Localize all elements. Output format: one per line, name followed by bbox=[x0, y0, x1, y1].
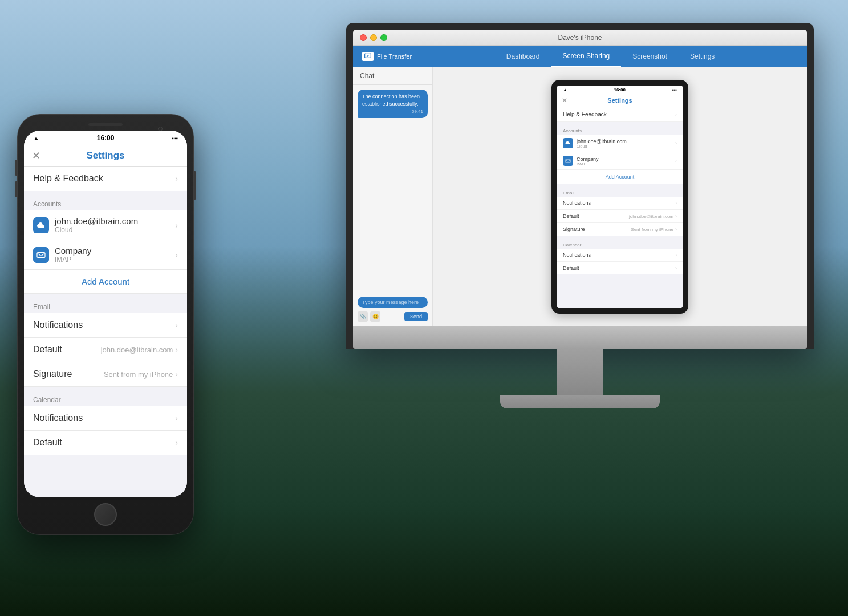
mac-account-2-chevron: › bbox=[675, 158, 677, 164]
mac-window: Dave's iPhone File Transfer bbox=[353, 30, 807, 326]
volume-down-button[interactable] bbox=[15, 181, 17, 197]
mac-settings-body: Help & Feedback › Accounts bbox=[557, 107, 683, 308]
mac-email-section: Notifications › Default john.doe@itbrain… bbox=[557, 197, 683, 236]
window-title: Dave's iPhone bbox=[558, 34, 602, 42]
chat-messages: The connection has been established succ… bbox=[353, 85, 432, 291]
mac-email-signature[interactable]: Signature Sent from my iPhone › bbox=[557, 223, 683, 236]
iphone-settings-title: Settings bbox=[86, 150, 124, 161]
iphone-home-button[interactable] bbox=[94, 503, 117, 526]
mac-iphone-screen: ▲ 16:00 ▪▪▪ ✕ Settings bbox=[551, 80, 688, 314]
mac-cal-chevron: › bbox=[675, 252, 677, 258]
iphone-help-section: Help & Feedback › bbox=[24, 167, 187, 191]
mac-cal-notifications[interactable]: Notifications › bbox=[557, 249, 683, 262]
iphone-email-label: Email bbox=[24, 298, 187, 313]
chat-input[interactable] bbox=[358, 297, 428, 308]
nav-screen-sharing[interactable]: Screen Sharing bbox=[551, 46, 622, 67]
mac-account-1[interactable]: john.doe@itbrain.com Cloud › bbox=[557, 135, 683, 152]
mac-accounts-label: Accounts bbox=[557, 125, 683, 135]
svg-rect-3 bbox=[37, 252, 45, 257]
iphone-cal-chevron: › bbox=[175, 414, 178, 423]
mac-settings-close[interactable]: ✕ bbox=[562, 96, 567, 104]
monitor-stand-neck bbox=[557, 349, 603, 395]
logo-icon bbox=[362, 52, 374, 61]
iphone-default-chevron: › bbox=[175, 345, 178, 354]
iphone-add-account[interactable]: Add Account bbox=[24, 270, 187, 294]
mac-titlebar: Dave's iPhone bbox=[353, 30, 807, 46]
iphone-help-item[interactable]: Help & Feedback › bbox=[24, 167, 187, 191]
power-button[interactable] bbox=[194, 171, 196, 200]
mac-account-1-chevron: › bbox=[675, 140, 677, 146]
chat-attach-icon[interactable]: 📎 bbox=[358, 311, 368, 322]
iphone-notif-chevron: › bbox=[175, 321, 178, 330]
mac-account-2[interactable]: Company IMAP › bbox=[557, 152, 683, 170]
monitor-stand-base bbox=[500, 395, 660, 408]
iphone-screen-wrapper: ▲ 16:00 ▪▪▪ ✕ Settings Help & Feedback › bbox=[24, 131, 187, 497]
iphone-wifi-icon: ▲ bbox=[33, 135, 39, 141]
send-button[interactable]: Send bbox=[404, 312, 428, 321]
mac-email-default[interactable]: Default john.doe@itbrain.com › bbox=[557, 210, 683, 223]
monitor-screen-outer: Dave's iPhone File Transfer bbox=[346, 23, 814, 349]
iphone-cal-default[interactable]: Default › bbox=[24, 431, 187, 455]
iphone-div1 bbox=[24, 191, 187, 196]
iphone-accounts-label: Accounts bbox=[24, 196, 187, 210]
iphone-mail-icon bbox=[33, 247, 49, 263]
nav-screenshot[interactable]: Screenshot bbox=[621, 46, 679, 67]
nav-dashboard[interactable]: Dashboard bbox=[495, 46, 551, 67]
chat-panel: Chat The connection has been established… bbox=[353, 67, 433, 326]
mac-help-section: Help & Feedback › bbox=[557, 107, 683, 122]
mac-cal-default[interactable]: Default › bbox=[557, 262, 683, 274]
iphone-account-1-info: john.doe@itbrain.com Cloud bbox=[55, 216, 175, 234]
mac-help-chevron: › bbox=[675, 112, 677, 117]
iphone-cal-default-chevron: › bbox=[175, 438, 178, 447]
chat-emoji-icon[interactable]: 😊 bbox=[370, 311, 380, 322]
chat-actions: 📎 😊 Send bbox=[358, 311, 428, 322]
chat-action-icons: 📎 😊 bbox=[358, 311, 380, 322]
iphone-time: 16:00 bbox=[97, 134, 115, 142]
iphone-email-section: Notifications › Default john.doe@itbrain… bbox=[24, 313, 187, 387]
mac-settings-title: Settings bbox=[607, 97, 632, 104]
iphone-screen: ▲ 16:00 ▪▪▪ ✕ Settings Help & Feedback › bbox=[24, 131, 187, 497]
mac-cal-default-chevron: › bbox=[675, 265, 677, 271]
mac-navbar: File Transfer Dashboard Screen Sharing S… bbox=[353, 46, 807, 67]
iphone-email-notifications[interactable]: Notifications › bbox=[24, 313, 187, 338]
chat-bubble: The connection has been established succ… bbox=[358, 90, 428, 118]
mac-email-label: Email bbox=[557, 188, 683, 197]
iphone-div2 bbox=[24, 294, 187, 298]
mac-phone-battery: ▪▪▪ bbox=[672, 87, 677, 92]
mac-calendar-label: Calendar bbox=[557, 240, 683, 249]
mac-help-item[interactable]: Help & Feedback › bbox=[557, 107, 683, 122]
close-traffic-light[interactable] bbox=[360, 34, 367, 41]
iphone-battery: ▪▪▪ bbox=[172, 135, 178, 141]
mac-account-1-info: john.doe@itbrain.com Cloud bbox=[577, 139, 675, 148]
iphone-accounts-section: john.doe@itbrain.com Cloud › Company bbox=[24, 210, 187, 294]
iphone-cal-notifications[interactable]: Notifications › bbox=[24, 406, 187, 431]
iphone-signature[interactable]: Signature Sent from my iPhone › bbox=[24, 362, 187, 387]
chat-header: Chat bbox=[353, 67, 432, 85]
mac-add-account[interactable]: Add Account bbox=[557, 170, 683, 184]
iphone-account-1-row[interactable]: john.doe@itbrain.com Cloud › bbox=[24, 210, 187, 240]
volume-up-button[interactable] bbox=[15, 160, 17, 176]
iphone-close-btn[interactable]: ✕ bbox=[32, 149, 40, 162]
mac-phone-time: 16:00 bbox=[614, 87, 625, 92]
mac-email-notifications[interactable]: Notifications › bbox=[557, 197, 683, 210]
iphone-account-2-info: Company IMAP bbox=[55, 246, 175, 264]
iphone-speaker bbox=[88, 123, 123, 126]
iphone-account-2-row[interactable]: Company IMAP › bbox=[24, 240, 187, 270]
svg-rect-2 bbox=[566, 159, 570, 163]
iphone-cloud-icon bbox=[33, 217, 49, 233]
maximize-traffic-light[interactable] bbox=[380, 34, 387, 41]
iphone-email-default[interactable]: Default john.doe@itbrain.com › bbox=[24, 338, 187, 362]
mac-account-2-info: Company IMAP bbox=[577, 156, 675, 166]
monitor-screen-inner: Dave's iPhone File Transfer bbox=[353, 30, 807, 326]
iphone-div3 bbox=[24, 387, 187, 391]
mac-sig-chevron: › bbox=[675, 226, 677, 232]
iphone-acc1-chevron: › bbox=[175, 221, 178, 230]
mac-cloud-icon bbox=[563, 138, 573, 148]
minimize-traffic-light[interactable] bbox=[370, 34, 377, 41]
iphone-calendar-label: Calendar bbox=[24, 391, 187, 406]
mac-notif-chevron: › bbox=[675, 200, 677, 206]
monitor-stand-top bbox=[353, 326, 807, 349]
nav-settings[interactable]: Settings bbox=[679, 46, 726, 67]
iphone-body: ▲ 16:00 ▪▪▪ ✕ Settings Help & Feedback › bbox=[17, 114, 194, 535]
mac-default-chevron: › bbox=[675, 213, 677, 219]
